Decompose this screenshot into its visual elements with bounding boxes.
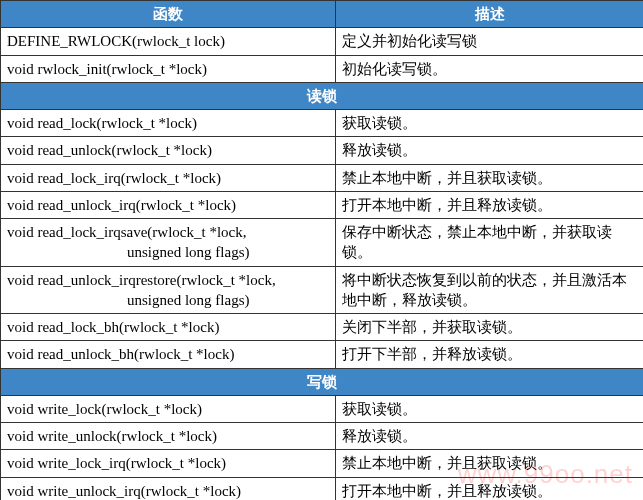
function-description: 将中断状态恢复到以前的状态，并且激活本地中断，释放读锁。 (336, 266, 644, 314)
table-row: void read_lock_bh(rwlock_t *lock)关闭下半部，并… (1, 314, 644, 341)
table-row: void write_lock(rwlock_t *lock)获取读锁。 (1, 395, 644, 422)
section-header-read-lock: 读锁 (1, 82, 644, 109)
function-description: 禁止本地中断，并且获取读锁。 (336, 450, 644, 477)
function-signature: DEFINE_RWLOCK(rwlock_t lock) (1, 28, 336, 55)
table-row: void read_unlock_irqrestore(rwlock_t *lo… (1, 266, 644, 314)
function-description: 释放读锁。 (336, 423, 644, 450)
table-row: void read_unlock_irq(rwlock_t *lock)打开本地… (1, 191, 644, 218)
function-description: 释放读锁。 (336, 137, 644, 164)
function-description: 获取读锁。 (336, 110, 644, 137)
function-signature: void write_unlock(rwlock_t *lock) (1, 423, 336, 450)
function-description: 初始化读写锁。 (336, 55, 644, 82)
table-row: void read_unlock_bh(rwlock_t *lock)打开下半部… (1, 341, 644, 368)
function-description: 打开下半部，并释放读锁。 (336, 341, 644, 368)
function-signature: void read_lock(rwlock_t *lock) (1, 110, 336, 137)
function-signature: void read_unlock(rwlock_t *lock) (1, 137, 336, 164)
function-description: 打开本地中断，并且释放读锁。 (336, 191, 644, 218)
table-row: void read_lock(rwlock_t *lock)获取读锁。 (1, 110, 644, 137)
column-header-function: 函数 (1, 1, 336, 28)
function-signature: void read_lock_irq(rwlock_t *lock) (1, 164, 336, 191)
function-signature: void read_lock_bh(rwlock_t *lock) (1, 314, 336, 341)
function-signature: void write_lock_irq(rwlock_t *lock) (1, 450, 336, 477)
function-signature: void read_unlock_irq(rwlock_t *lock) (1, 191, 336, 218)
table-row: void write_lock_irq(rwlock_t *lock)禁止本地中… (1, 450, 644, 477)
function-signature: void read_unlock_bh(rwlock_t *lock) (1, 341, 336, 368)
function-description: 保存中断状态，禁止本地中断，并获取读锁。 (336, 219, 644, 267)
function-description: 获取读锁。 (336, 395, 644, 422)
table-row: void read_lock_irq(rwlock_t *lock)禁止本地中断… (1, 164, 644, 191)
function-signature: void write_lock(rwlock_t *lock) (1, 395, 336, 422)
table-row: void read_unlock(rwlock_t *lock)释放读锁。 (1, 137, 644, 164)
function-signature: void read_lock_irqsave(rwlock_t *lock,un… (1, 219, 336, 267)
table-row: void write_unlock(rwlock_t *lock)释放读锁。 (1, 423, 644, 450)
function-description: 禁止本地中断，并且获取读锁。 (336, 164, 644, 191)
table-row: void rwlock_init(rwlock_t *lock)初始化读写锁。 (1, 55, 644, 82)
table-row: void write_unlock_irq(rwlock_t *lock)打开本… (1, 477, 644, 500)
function-signature: void rwlock_init(rwlock_t *lock) (1, 55, 336, 82)
function-description: 定义并初始化读写锁 (336, 28, 644, 55)
table-row: DEFINE_RWLOCK(rwlock_t lock)定义并初始化读写锁 (1, 28, 644, 55)
function-signature: void read_unlock_irqrestore(rwlock_t *lo… (1, 266, 336, 314)
column-header-description: 描述 (336, 1, 644, 28)
function-description: 打开本地中断，并且释放读锁。 (336, 477, 644, 500)
function-description: 关闭下半部，并获取读锁。 (336, 314, 644, 341)
section-header-write-lock: 写锁 (1, 368, 644, 395)
rwlock-api-table: 函数描述DEFINE_RWLOCK(rwlock_t lock)定义并初始化读写… (0, 0, 643, 500)
function-signature: void write_unlock_irq(rwlock_t *lock) (1, 477, 336, 500)
table-row: void read_lock_irqsave(rwlock_t *lock,un… (1, 219, 644, 267)
